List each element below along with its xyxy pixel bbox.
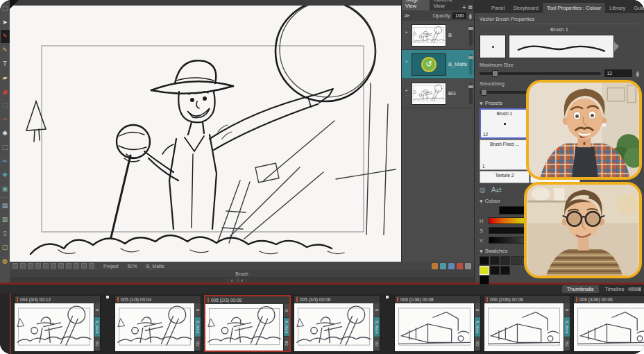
panel-layer-strip[interactable]: B B_Matte BG [373,303,380,351]
new-preset-icon[interactable]: ◎ [480,186,486,194]
stamp-tool[interactable]: ✑ [1,113,10,126]
thumbnail-scrollbar[interactable] [628,287,639,291]
webcam-overlay-top[interactable] [526,80,642,180]
swatch[interactable] [480,276,489,285]
duplicate-layer-icon[interactable] [448,263,455,269]
tab-timeline[interactable]: Timeline [600,285,629,293]
preset-brush-1[interactable]: Brush 1 12 [480,108,529,139]
add-view-icon[interactable]: + [462,4,468,10]
rename-layer-icon[interactable] [457,263,463,269]
collapse-up-icon[interactable]: ∧ [228,278,236,283]
camera-tool[interactable]: ▣ [1,183,10,196]
layer-flags-icon[interactable]: ❞· [403,31,409,40]
text-tool[interactable]: T [1,58,10,71]
tab-stage-view[interactable]: Stage View [402,0,430,10]
pin-light-button[interactable]: ◍ [1,255,10,268]
layer-row-b[interactable]: ❞· B [402,21,474,50]
storyboard-panel[interactable]: 006 (3/36) 00:06 B B_Matte BG [573,295,644,352]
max-size-slider[interactable] [480,72,601,75]
storyboard-drawing [10,6,401,262]
add-vector-layer-icon[interactable] [432,263,438,269]
tab-tool-properties[interactable]: Tool Properties : Colour [543,3,605,13]
canvas-toolbar-icon[interactable] [51,263,56,269]
canvas-toolbar-icon[interactable] [66,263,71,269]
layer-row-b-matte[interactable]: ❞· ↺ B_Matte [402,50,474,79]
max-size-value[interactable]: 12 [604,69,632,77]
new-page-button[interactable]: ▢ [1,241,10,254]
layer-flags-icon[interactable]: ❞· [403,60,409,69]
max-size-spinner[interactable]: ▲▼ [636,70,639,77]
swatch[interactable] [490,266,500,275]
brush-tool[interactable]: ✎ [1,30,10,43]
swatch[interactable] [480,256,489,265]
layer-row-bg[interactable]: ❞· BG [402,79,474,108]
layer-flags-icon[interactable]: ❞· [403,90,409,98]
panel-layer-strip[interactable]: B B_Matte BG [94,303,100,351]
canvas-toolbar-icon[interactable] [20,263,26,269]
canvas-toolbar-icon[interactable] [43,263,49,269]
tab-library[interactable]: Library [605,3,629,13]
timeline-playhead[interactable] [10,294,11,354]
edit-layers-tool[interactable]: ❖ [1,169,10,182]
zoom-level[interactable]: 50% [128,264,137,269]
canvas-toolbar-icon[interactable] [74,263,79,269]
brush-stroke-preview[interactable] [509,35,614,58]
storyboard-panel-selected[interactable]: 005 (2/3) 00:08 B B_Matte BG [204,295,291,352]
eraser-tool[interactable]: ▰ [1,71,10,85]
swatch[interactable] [490,256,500,265]
canvas-toolbar-icon[interactable] [89,263,94,269]
preset-brush-fixed[interactable]: Brush Fixed ... 1 [480,140,529,170]
canvas-toolbar-icon[interactable] [12,263,18,269]
opacity-value[interactable]: 100 [452,12,467,19]
rename-preset-icon[interactable]: A⇄ [491,186,502,194]
storyboard-panel[interactable]: 006 (2/36) 00:08 B B_Matte BG [484,295,570,352]
swatch[interactable] [500,266,510,275]
add-panel-button[interactable]: ▤ [1,199,10,212]
layer-opacity-slider[interactable] [469,54,473,75]
preset-texture-2[interactable]: Texture 2 [480,171,529,183]
canvas-toolbar-icon[interactable] [58,263,64,269]
swatch-selected-yellow[interactable] [480,266,489,275]
webcam-person-surprised [529,83,639,177]
panel-layer-strip[interactable]: B B_Matte BG [474,303,480,351]
layer-opacity-slider[interactable] [469,25,473,46]
marquee-select-tool[interactable]: ⬚ [1,141,10,154]
layer-opacity-slider[interactable] [469,83,473,104]
swatch[interactable] [511,256,520,265]
stage-canvas[interactable] [10,6,401,262]
delete-panel-button[interactable]: ▯ [1,227,10,240]
add-scene-button[interactable]: ▥ [1,213,10,226]
tab-panel[interactable]: Panel [487,3,509,13]
brush-tip-preview[interactable] [480,35,506,58]
delete-layer-icon[interactable] [465,263,471,269]
close-view-icon[interactable]: ⊠ [468,4,474,10]
panel-layer-strip[interactable]: B B_Matte BG [194,303,201,351]
add-bitmap-layer-icon[interactable] [440,263,446,269]
select-tool[interactable]: ➤ [1,16,10,29]
preview-resize-handle[interactable] [614,42,619,51]
transform-tool[interactable]: ⬚ [1,2,10,15]
cutter-tool[interactable]: ✂ [1,155,10,168]
tab-thumbnails[interactable]: Thumbnails [562,285,599,293]
lasso-select-tool[interactable]: ⬚ [1,99,10,112]
hand-tool[interactable]: ✱ [1,127,10,140]
webcam-overlay-bottom[interactable] [524,182,642,278]
panel-layer-strip[interactable]: B B_Matte BG [564,303,570,351]
canvas-toolbar-icon[interactable] [81,263,87,269]
pencil-tool[interactable]: ✎ [1,44,10,57]
fast-forward-icon[interactable]: ≫ [404,12,409,19]
opacity-spinner[interactable]: ▲▼ [468,12,472,19]
storyboard-panel[interactable]: 004 (3/3) 00:12 B B_Matte BG [14,295,101,352]
storyboard-panel[interactable]: 005 (1/3) 00:04 B B_Matte BG [115,295,201,352]
panel-layer-strip[interactable]: B B_Matte BG [283,304,289,351]
swatch[interactable] [500,256,510,265]
collapse-down-icon[interactable]: ∨ [238,278,246,283]
storyboard-panel[interactable]: 006 (1/36) 00:08 B B_Matte BG [394,295,481,352]
paint-bucket-tool[interactable]: ◕ [1,85,10,99]
tab-storyboard[interactable]: Storyboard [509,3,543,13]
canvas-toolbar-icon[interactable] [35,263,41,269]
storyboard-panel[interactable]: 005 (3/3) 00:08 B B_Matte BG [294,295,380,352]
tab-guides[interactable]: Guides [629,3,644,13]
canvas-toolbar-icon[interactable] [28,263,33,269]
tab-camera-view[interactable]: Camera View [430,0,461,10]
